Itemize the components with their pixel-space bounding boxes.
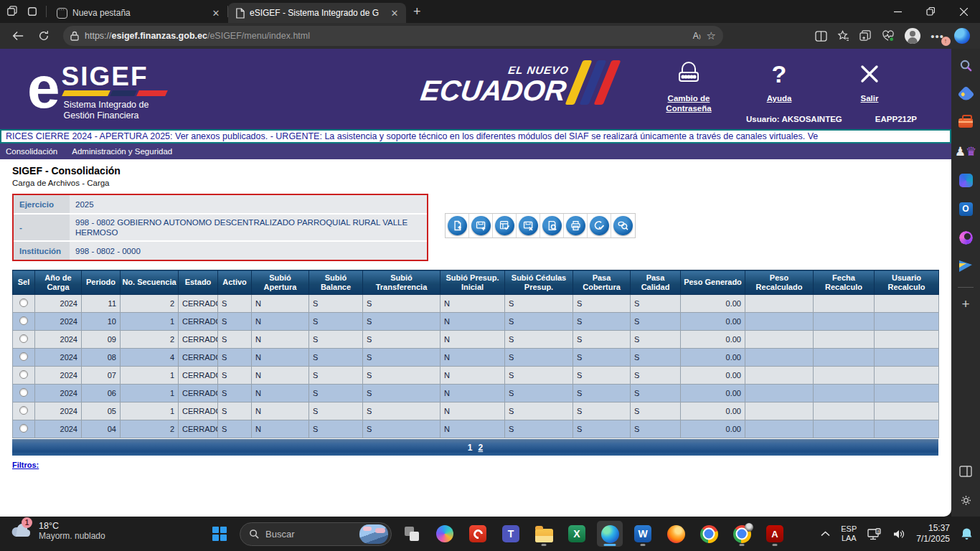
sidebar-settings-gear-icon[interactable] xyxy=(956,491,975,509)
form-value: 998 - 0802 - 0000 xyxy=(70,242,427,260)
paper-plane-sidebar-icon[interactable] xyxy=(956,257,975,276)
copilot-taskbar-icon[interactable] xyxy=(432,521,458,547)
user-label: Usuario: AKSOSAINTEG xyxy=(746,115,842,123)
tools-sidebar-icon[interactable] xyxy=(956,113,975,132)
upload-save-button[interactable] xyxy=(469,214,493,237)
row-select-radio[interactable] xyxy=(19,334,28,343)
profile-avatar[interactable] xyxy=(905,28,920,44)
window-minimize-button[interactable] xyxy=(881,0,914,23)
confirm-check-button[interactable] xyxy=(588,214,611,237)
address-bar[interactable]: https://esigef.finanzas.gob.ec/eSIGEF/me… xyxy=(63,26,723,46)
change-password-button[interactable]: Cambio de Contraseña xyxy=(657,57,720,113)
exit-button[interactable]: Salir xyxy=(838,57,901,113)
row-select-radio[interactable] xyxy=(19,352,28,361)
row-select-radio[interactable] xyxy=(19,316,28,325)
taskbar-search[interactable]: Buscar xyxy=(240,522,392,546)
microsoft365-sidebar-icon[interactable] xyxy=(956,171,975,189)
column-header: Estado xyxy=(179,270,218,295)
search-records-button[interactable] xyxy=(611,214,635,237)
tab-close-icon[interactable]: ✕ xyxy=(389,8,400,19)
network-icon[interactable]: 8 xyxy=(867,528,882,540)
volume-icon[interactable] xyxy=(892,529,905,540)
system-tray: ESP LAA 8 15:37 7/1/2025 xyxy=(821,517,973,551)
tab-search-icon[interactable] xyxy=(22,3,43,20)
outlook-sidebar-icon[interactable]: O xyxy=(956,199,975,218)
row-select-radio[interactable] xyxy=(19,388,28,397)
delete-record-button[interactable] xyxy=(517,214,540,237)
lock-icon[interactable] xyxy=(70,31,79,41)
firefox-icon[interactable] xyxy=(663,521,689,547)
breadcrumb: Carga de Archivos - Carga xyxy=(12,179,951,187)
window-restore-button[interactable] xyxy=(914,0,947,23)
clock[interactable]: 15:37 7/1/2025 xyxy=(916,523,950,545)
task-view-button[interactable] xyxy=(399,521,425,547)
help-button[interactable]: ? Ayuda xyxy=(748,57,811,113)
weather-condition: Mayorm. nublado xyxy=(39,531,105,541)
new-record-button[interactable] xyxy=(446,214,469,237)
workspaces-icon[interactable] xyxy=(0,3,22,20)
acrobat-icon[interactable]: A xyxy=(762,521,788,547)
app-menu-bar: ConsolidaciónAdministración y Seguridad xyxy=(0,143,951,159)
weather-widget[interactable]: 1 18°C Mayorm. nublado xyxy=(10,521,105,541)
tab-title: Nueva pestaña xyxy=(72,8,205,18)
file-explorer-icon[interactable] xyxy=(531,521,557,547)
page-link-2[interactable]: 2 xyxy=(479,443,484,453)
language-indicator[interactable]: ESP LAA xyxy=(841,524,857,543)
chrome-profile-icon[interactable] xyxy=(729,521,755,547)
sidebar-panel-icon[interactable] xyxy=(956,462,975,481)
column-header: No. Secuencia xyxy=(121,270,179,295)
row-select-radio[interactable] xyxy=(19,370,28,379)
word-icon[interactable]: W xyxy=(630,521,656,547)
browser-tab-esigef[interactable]: eSIGEF - Sistema Integrado de G ✕ xyxy=(228,3,406,23)
preview-document-button[interactable] xyxy=(540,214,564,237)
validate-form-button[interactable] xyxy=(493,214,517,237)
teams-icon[interactable]: T xyxy=(498,521,524,547)
copilot-icon[interactable] xyxy=(954,28,970,44)
browser-tab-nueva-pestana[interactable]: Nueva pestaña ✕ xyxy=(50,3,227,23)
search-sidebar-icon[interactable] xyxy=(956,56,975,75)
search-highlight-image[interactable] xyxy=(359,524,388,544)
collections-icon[interactable] xyxy=(859,30,872,42)
form-value: 998 - 0802 GOBIERNO AUTONOMO DESCENTRALI… xyxy=(70,215,427,240)
games-sidebar-icon[interactable]: ♟♛ xyxy=(956,142,975,161)
window-close-button[interactable] xyxy=(947,0,980,23)
url-text[interactable]: https://esigef.finanzas.gob.ec/eSIGEF/me… xyxy=(85,31,687,41)
refresh-button[interactable] xyxy=(33,26,55,46)
start-button[interactable] xyxy=(207,521,232,547)
screen: Nueva pestaña ✕ eSIGEF - Sistema Integra… xyxy=(0,0,980,551)
print-button[interactable] xyxy=(564,214,588,237)
add-sidebar-app-button[interactable]: + xyxy=(961,296,969,312)
browser-essentials-icon[interactable] xyxy=(882,30,895,42)
tray-chevron-icon[interactable] xyxy=(821,531,830,537)
row-select-radio[interactable] xyxy=(19,406,28,415)
filters-link[interactable]: Filtros: xyxy=(12,461,39,469)
settings-more-icon[interactable]: ••• ↑ xyxy=(930,30,944,42)
shopping-sidebar-icon[interactable] xyxy=(956,85,975,103)
ecuador-stripes xyxy=(574,60,612,105)
column-header: Pasa Cobertura xyxy=(573,270,631,295)
tab-title: eSIGEF - Sistema Integrado de G xyxy=(250,8,384,18)
read-aloud-icon[interactable]: A) xyxy=(693,31,701,41)
menu-item[interactable]: Consolidación xyxy=(6,147,57,156)
edge-icon[interactable] xyxy=(597,521,623,547)
chrome-icon[interactable] xyxy=(696,521,722,547)
drop-sidebar-icon[interactable] xyxy=(956,228,975,247)
favorite-star-icon[interactable]: ☆ xyxy=(707,29,716,42)
row-select-radio[interactable] xyxy=(19,424,28,433)
menu-item[interactable]: Administración y Seguridad xyxy=(72,147,172,156)
tabstrip-divider xyxy=(46,6,47,17)
excel-icon[interactable]: X xyxy=(564,521,590,547)
table-row: 2024092 CERRADOSNS SNSS S0.00 xyxy=(13,331,939,349)
action-toolbar xyxy=(445,213,636,238)
back-button[interactable] xyxy=(7,26,29,46)
notification-bell-icon[interactable] xyxy=(961,527,973,541)
row-select-radio[interactable] xyxy=(19,298,28,307)
window-controls xyxy=(881,0,980,23)
split-screen-icon[interactable] xyxy=(815,31,827,42)
table-row: 2024051 CERRADOSNS SNSS S0.00 xyxy=(13,402,939,420)
new-tab-button[interactable]: + xyxy=(413,4,421,19)
pdf-app-icon[interactable] xyxy=(465,521,491,547)
favorites-icon[interactable] xyxy=(837,30,849,42)
tab-close-icon[interactable]: ✕ xyxy=(210,8,222,19)
logo-tricolor-bar xyxy=(63,90,171,96)
